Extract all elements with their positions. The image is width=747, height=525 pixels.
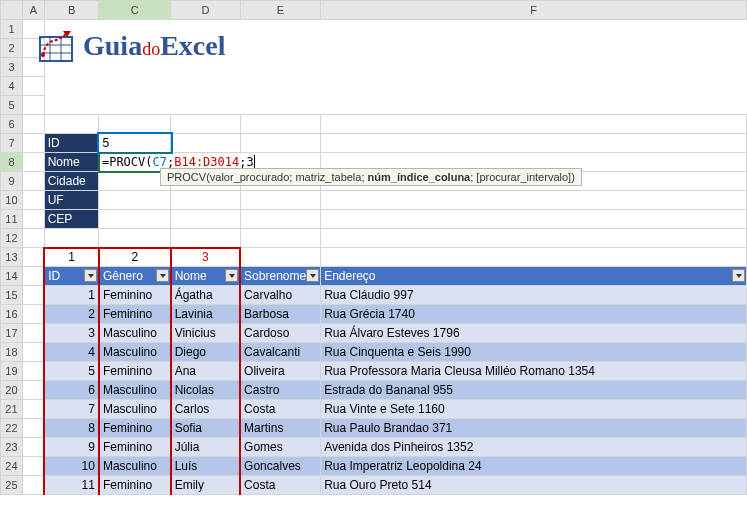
row-header[interactable]: 4 [1,77,23,96]
cell-id[interactable]: 5 [44,362,99,381]
cell-genero[interactable]: Feminino [99,476,171,495]
row-header[interactable]: 7 [1,134,23,153]
col-header-E[interactable]: E [240,1,321,20]
row-header[interactable]: 20 [1,381,23,400]
cell-endereco[interactable]: Rua Vinte e Sete 1160 [321,400,747,419]
cell-endereco[interactable]: Rua Cinquenta e Seis 1990 [321,343,747,362]
row-header[interactable]: 8 [1,153,23,172]
cell-sobrenome[interactable]: Barbosa [240,305,321,324]
row-header[interactable]: 17 [1,324,23,343]
logo-icon [35,25,77,67]
cell-nome[interactable]: Nicolas [171,381,240,400]
col-header-A[interactable]: A [22,1,44,20]
cell-id[interactable]: 7 [44,400,99,419]
cell-sobrenome[interactable]: Martins [240,419,321,438]
cell-sobrenome[interactable]: Gomes [240,438,321,457]
cell-nome[interactable]: Sofia [171,419,240,438]
cell-sobrenome[interactable]: Goncalves [240,457,321,476]
cell-id[interactable]: 2 [44,305,99,324]
row-header[interactable]: 24 [1,457,23,476]
col-header-F[interactable]: F [321,1,747,20]
row-header[interactable]: 16 [1,305,23,324]
cell-id[interactable]: 4 [44,343,99,362]
row-header[interactable]: 12 [1,229,23,248]
cell-sobrenome[interactable]: Costa [240,400,321,419]
cell-genero[interactable]: Feminino [99,438,171,457]
cell-nome[interactable]: Vinicius [171,324,240,343]
cell-id[interactable]: 10 [44,457,99,476]
cell-genero[interactable]: Feminino [99,286,171,305]
cell-id[interactable]: 3 [44,324,99,343]
row-header[interactable]: 9 [1,172,23,191]
cell-endereco[interactable]: Estrada do Bananal 955 [321,381,747,400]
row-header[interactable]: 3 [1,58,23,77]
cell-endereco[interactable]: Avenida dos Pinheiros 1352 [321,438,747,457]
cell-sobrenome[interactable]: Cardoso [240,324,321,343]
row-header[interactable]: 19 [1,362,23,381]
cell-sobrenome[interactable]: Carvalho [240,286,321,305]
filter-dropdown-icon[interactable] [732,269,745,282]
row-header[interactable]: 1 [1,20,23,39]
cell-endereco[interactable]: Rua Imperatriz Leopoldina 24 [321,457,747,476]
cell-genero[interactable]: Masculino [99,457,171,476]
filter-dropdown-icon[interactable] [84,269,97,282]
col-header-B[interactable]: B [44,1,99,20]
cell-endereco[interactable]: Rua Álvaro Esteves 1796 [321,324,747,343]
row-header[interactable]: 14 [1,267,23,286]
row-header[interactable]: 18 [1,343,23,362]
cell-nome[interactable]: Carlos [171,400,240,419]
cell-id[interactable]: 1 [44,286,99,305]
row-header[interactable]: 23 [1,438,23,457]
row-header[interactable]: 21 [1,400,23,419]
th-genero[interactable]: Gênero [99,267,171,286]
cell-nome[interactable]: Emily [171,476,240,495]
cell-genero[interactable]: Masculino [99,381,171,400]
cell-id[interactable]: 8 [44,419,99,438]
cell-endereco[interactable]: Rua Professora Maria Cleusa Milléo Roman… [321,362,747,381]
cell-sobrenome[interactable]: Cavalcanti [240,343,321,362]
cell-endereco[interactable]: Rua Paulo Brandao 371 [321,419,747,438]
cell-genero[interactable]: Feminino [99,419,171,438]
cell-genero[interactable]: Masculino [99,343,171,362]
col-header-C[interactable]: C [99,1,171,20]
cell-id[interactable]: 11 [44,476,99,495]
cell-nome[interactable]: Ágatha [171,286,240,305]
row-header[interactable]: 6 [1,115,23,134]
cell-nome[interactable]: Diego [171,343,240,362]
row-header[interactable]: 5 [1,96,23,115]
cell-endereco[interactable]: Rua Cláudio 997 [321,286,747,305]
filter-dropdown-icon[interactable] [225,269,238,282]
cell-sobrenome[interactable]: Costa [240,476,321,495]
cell-genero[interactable]: Feminino [99,305,171,324]
cell-sobrenome[interactable]: Castro [240,381,321,400]
row-header[interactable]: 25 [1,476,23,495]
filter-dropdown-icon[interactable] [306,269,319,282]
cell-id[interactable]: 6 [44,381,99,400]
row-header[interactable]: 11 [1,210,23,229]
cell-genero[interactable]: Feminino [99,362,171,381]
cell-sobrenome[interactable]: Oliveira [240,362,321,381]
th-id[interactable]: ID [44,267,99,286]
cell-genero[interactable]: Masculino [99,324,171,343]
th-endereco[interactable]: Endereço [321,267,747,286]
row-header[interactable]: 2 [1,39,23,58]
col-header-D[interactable]: D [171,1,240,20]
cell-endereco[interactable]: Rua Grécia 1740 [321,305,747,324]
th-nome[interactable]: Nome [171,267,240,286]
cell-nome[interactable]: Luís [171,457,240,476]
th-sobrenome[interactable]: Sobrenome [240,267,321,286]
row-header[interactable]: 15 [1,286,23,305]
cell-id[interactable]: 9 [44,438,99,457]
row-header[interactable]: 22 [1,419,23,438]
col-num-2: 2 [99,248,171,267]
cell-C7[interactable]: 5 [99,134,171,153]
row-header[interactable]: 13 [1,248,23,267]
cell-nome[interactable]: Ana [171,362,240,381]
cell-genero[interactable]: Masculino [99,400,171,419]
cell-nome[interactable]: Júlia [171,438,240,457]
spreadsheet-grid[interactable]: A B C D E F 1 2 3 4 5 6 7 ID 5 8 Nome =P… [0,0,747,495]
cell-endereco[interactable]: Rua Ouro Preto 514 [321,476,747,495]
row-header[interactable]: 10 [1,191,23,210]
filter-dropdown-icon[interactable] [156,269,169,282]
cell-nome[interactable]: Lavinia [171,305,240,324]
